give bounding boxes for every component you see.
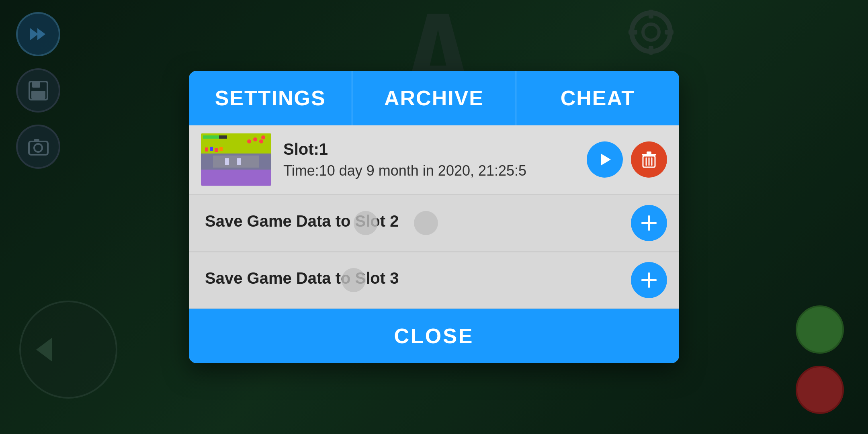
deco-circle-2a bbox=[354, 211, 378, 235]
svg-rect-22 bbox=[205, 147, 208, 151]
slot-3-add-button[interactable] bbox=[631, 262, 667, 298]
modal-overlay: SETTINGS ARCHIVE CHEAT bbox=[0, 0, 868, 434]
modal-body: Slot:1 Time:10 day 9 month in 2020, 21:2… bbox=[189, 125, 679, 309]
svg-rect-34 bbox=[647, 151, 651, 154]
tab-bar: SETTINGS ARCHIVE CHEAT bbox=[189, 71, 679, 125]
tab-cheat[interactable]: CHEAT bbox=[516, 71, 679, 125]
svg-rect-24 bbox=[215, 148, 218, 152]
slot-1-thumbnail bbox=[201, 133, 271, 186]
svg-rect-18 bbox=[201, 170, 271, 186]
svg-rect-20 bbox=[225, 158, 229, 165]
slot-row-2: Save Game Data to Slot 2 bbox=[189, 195, 679, 252]
slot-1-delete-button[interactable] bbox=[631, 141, 667, 178]
slot-3-name: Save Game Data to Slot 3 bbox=[205, 269, 631, 287]
svg-rect-27 bbox=[203, 135, 219, 139]
slot-1-info: Slot:1 Time:10 day 9 month in 2020, 21:2… bbox=[283, 140, 587, 179]
svg-point-28 bbox=[247, 139, 251, 143]
close-button[interactable]: CLOSE bbox=[197, 324, 671, 348]
tab-settings[interactable]: SETTINGS bbox=[189, 71, 352, 125]
slot-1-name: Slot:1 bbox=[283, 140, 587, 158]
slot-row-1: Slot:1 Time:10 day 9 month in 2020, 21:2… bbox=[189, 125, 679, 194]
slot-3-actions bbox=[631, 262, 667, 298]
slot-1-time: Time:10 day 9 month in 2020, 21:25:5 bbox=[283, 162, 587, 179]
slot-1-play-button[interactable] bbox=[587, 141, 623, 178]
tab-archive[interactable]: ARCHIVE bbox=[352, 71, 516, 125]
slot-2-actions bbox=[631, 205, 667, 241]
game-art bbox=[201, 133, 271, 186]
svg-rect-23 bbox=[210, 147, 213, 151]
slot-1-actions bbox=[587, 141, 667, 178]
deco-circle-3 bbox=[342, 268, 366, 292]
svg-point-31 bbox=[261, 135, 265, 139]
slot-row-3: Save Game Data to Slot 3 bbox=[189, 252, 679, 309]
svg-rect-25 bbox=[219, 147, 223, 151]
deco-circle-2b bbox=[414, 211, 438, 235]
modal-dialog: SETTINGS ARCHIVE CHEAT bbox=[189, 71, 679, 363]
slot-2-add-button[interactable] bbox=[631, 205, 667, 241]
svg-point-29 bbox=[253, 137, 257, 141]
slot-3-info: Save Game Data to Slot 3 bbox=[201, 269, 631, 291]
svg-rect-19 bbox=[213, 156, 259, 168]
svg-marker-32 bbox=[601, 154, 611, 166]
svg-rect-21 bbox=[237, 158, 241, 165]
modal-footer: CLOSE bbox=[189, 309, 679, 363]
svg-point-30 bbox=[259, 139, 263, 143]
